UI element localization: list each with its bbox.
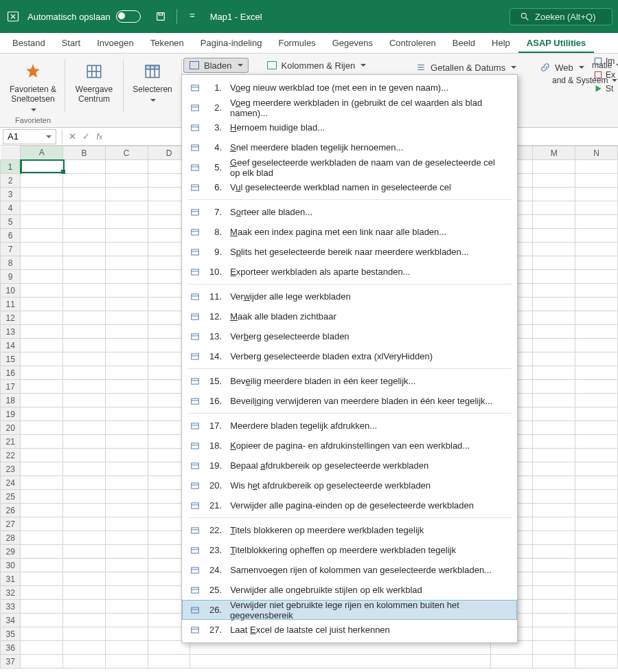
row-header[interactable]: 16 bbox=[1, 366, 21, 380]
menu-item-15[interactable]: 15.Beveilig meerdere bladen in één keer … bbox=[182, 371, 517, 391]
menu-item-4[interactable]: 4.Snel meerdere bladen tegelijk hernoeme… bbox=[182, 137, 517, 157]
menu-item-5[interactable]: 5.Geef geselecteerde werkbladen de naam … bbox=[182, 157, 517, 177]
favorieten-sneltoetsen-button[interactable]: Favorieten & Sneltoetsen bbox=[7, 58, 59, 113]
row-header[interactable]: 25 bbox=[1, 490, 21, 504]
ribbon-tab-pagina-indeling[interactable]: Pagina-indeling bbox=[192, 34, 271, 53]
kolommen-rijen-dropdown-button[interactable]: Kolommen & Rijen bbox=[261, 58, 372, 73]
menu-item-12[interactable]: 12.Maak alle bladen zichtbaar bbox=[182, 306, 517, 326]
row-header[interactable]: 13 bbox=[1, 325, 21, 339]
ribbon-tab-bestand[interactable]: Bestand bbox=[4, 34, 54, 53]
row-header[interactable]: 9 bbox=[1, 270, 21, 284]
menu-item-9[interactable]: 9.Splits het geselecteerde bereik naar m… bbox=[182, 242, 517, 262]
getallen-datums-dropdown-button[interactable]: Getallen & Datums bbox=[410, 60, 522, 75]
autosave-toggle-area[interactable]: Automatisch opslaan bbox=[27, 10, 141, 23]
menu-item-17[interactable]: 17.Meerdere bladen tegelijk afdrukken... bbox=[182, 416, 517, 436]
menu-item-24[interactable]: 24.Samenvoegen rijen of kolommen van ges… bbox=[182, 560, 517, 580]
ribbon-tab-start[interactable]: Start bbox=[54, 34, 89, 53]
menu-item-3[interactable]: 3.Hernoem huidige blad... bbox=[182, 117, 517, 137]
row-header[interactable]: 18 bbox=[1, 394, 21, 407]
row-header[interactable]: 14 bbox=[1, 339, 21, 352]
row-header[interactable]: 35 bbox=[1, 627, 21, 641]
ribbon-tab-invoegen[interactable]: Invoegen bbox=[89, 34, 142, 53]
row-header[interactable]: 17 bbox=[1, 380, 21, 394]
row-header[interactable]: 21 bbox=[1, 435, 21, 449]
overflow-im-button[interactable]: Im bbox=[593, 56, 615, 66]
row-header[interactable]: 15 bbox=[1, 352, 21, 366]
search-box[interactable]: Zoeken (Alt+Q) bbox=[510, 8, 613, 25]
menu-item-6[interactable]: 6.Vul geselecteerde werkblad namen in ge… bbox=[182, 177, 517, 197]
fx-icon[interactable]: fx bbox=[93, 130, 106, 144]
menu-item-20[interactable]: 20.Wis het afdrukbereik op geselecteerde… bbox=[182, 475, 517, 495]
row-header[interactable]: 31 bbox=[1, 572, 21, 586]
row-header[interactable]: 19 bbox=[1, 407, 21, 421]
weergave-centrum-button[interactable]: Weergave Centrum bbox=[73, 58, 115, 104]
column-header[interactable]: B bbox=[63, 146, 106, 160]
row-header[interactable]: 36 bbox=[1, 641, 21, 655]
selecteren-button[interactable]: Selecteren bbox=[130, 58, 174, 103]
menu-item-13[interactable]: 13.Verberg geselecteerde bladen bbox=[182, 326, 517, 346]
menu-item-7[interactable]: 7.Sorteer alle bladen... bbox=[182, 202, 517, 222]
menu-item-18[interactable]: 18.Kopieer de pagina- en afdrukinstellin… bbox=[182, 436, 517, 456]
row-header[interactable]: 33 bbox=[1, 600, 21, 614]
row-header[interactable]: 26 bbox=[1, 504, 21, 517]
menu-item-26[interactable]: 26.Verwijder niet gebruikte lege rijen e… bbox=[182, 600, 517, 620]
ribbon-tab-gegevens[interactable]: Gegevens bbox=[324, 34, 381, 53]
ribbon-tab-formules[interactable]: Formules bbox=[270, 34, 323, 53]
cancel-formula-icon[interactable]: ✕ bbox=[65, 130, 79, 144]
row-header[interactable]: 32 bbox=[1, 586, 21, 600]
row-header[interactable]: 29 bbox=[1, 545, 21, 559]
column-header[interactable]: N bbox=[575, 146, 618, 160]
menu-item-25[interactable]: 25.Verwijder alle ongebruikte stijlen op… bbox=[182, 580, 517, 600]
menu-item-10[interactable]: 10.Exporteer werkbladen als aparte besta… bbox=[182, 262, 517, 282]
menu-item-11[interactable]: 11.Verwijder alle lege werkbladen bbox=[182, 287, 517, 306]
name-box[interactable]: A1 bbox=[3, 129, 56, 144]
ribbon-tab-help[interactable]: Help bbox=[483, 34, 518, 53]
row-header[interactable]: 12 bbox=[1, 311, 21, 325]
row-header[interactable]: 28 bbox=[1, 531, 21, 545]
row-header[interactable]: 10 bbox=[1, 284, 21, 298]
menu-item-2[interactable]: 2.Voeg meerdere werkbladen in (gebruikt … bbox=[182, 98, 517, 117]
row-header[interactable]: 5 bbox=[1, 215, 21, 229]
column-header[interactable]: A bbox=[21, 146, 63, 160]
menu-item-21[interactable]: 21.Verwijder alle pagina-einden op de ge… bbox=[182, 495, 517, 515]
row-header[interactable]: 22 bbox=[1, 449, 21, 462]
ribbon-tab-asap-utilities[interactable]: ASAP Utilities bbox=[518, 34, 594, 53]
ribbon-tab-beeld[interactable]: Beeld bbox=[444, 34, 483, 53]
autosave-toggle[interactable] bbox=[116, 10, 141, 23]
row-header[interactable]: 37 bbox=[1, 655, 21, 669]
select-all-corner[interactable] bbox=[1, 146, 21, 160]
menu-item-16[interactable]: 16.Beveiliging verwijderen van meerdere … bbox=[182, 391, 517, 411]
row-header[interactable]: 23 bbox=[1, 462, 21, 476]
bladen-dropdown-button[interactable]: Bladen bbox=[183, 58, 248, 73]
column-header[interactable]: C bbox=[105, 146, 148, 160]
menu-item-14[interactable]: 14.Verberg geselecteerde bladen extra (x… bbox=[182, 346, 517, 366]
quick-access-more-button[interactable] bbox=[185, 9, 201, 24]
row-header[interactable]: 24 bbox=[1, 476, 21, 490]
row-header[interactable]: 6 bbox=[1, 229, 21, 243]
menu-item-8[interactable]: 8.Maak een index pagina met een link naa… bbox=[182, 222, 517, 242]
menu-item-23[interactable]: 23.Titelblokkering opheffen op meerdere … bbox=[182, 540, 517, 560]
enter-formula-icon[interactable]: ✓ bbox=[79, 130, 93, 144]
row-header[interactable]: 30 bbox=[1, 559, 21, 572]
ribbon-tab-tekenen[interactable]: Tekenen bbox=[142, 34, 192, 53]
row-header[interactable]: 4 bbox=[1, 201, 21, 215]
web-dropdown-button[interactable]: Web bbox=[534, 60, 590, 75]
row-header[interactable]: 3 bbox=[1, 188, 21, 201]
menu-item-19[interactable]: 19.Bepaal afdrukbereik op geselecteerde … bbox=[182, 456, 517, 475]
row-header[interactable]: 20 bbox=[1, 421, 21, 435]
row-header[interactable]: 7 bbox=[1, 243, 21, 256]
menu-item-27[interactable]: 27.Laat Excel de laatste cel juist herke… bbox=[182, 620, 517, 640]
row-header[interactable]: 2 bbox=[1, 174, 21, 188]
column-header[interactable]: M bbox=[533, 146, 575, 160]
ribbon-tab-controleren[interactable]: Controleren bbox=[381, 34, 444, 53]
row-header[interactable]: 1 bbox=[1, 160, 21, 174]
overflow-ex-button[interactable]: Ex bbox=[593, 70, 615, 80]
menu-item-1[interactable]: 1.Voeg nieuw werkblad toe (met een in te… bbox=[182, 78, 517, 98]
overflow-st-button[interactable]: St bbox=[593, 84, 615, 93]
row-header[interactable]: 11 bbox=[1, 298, 21, 311]
row-header[interactable]: 27 bbox=[1, 517, 21, 531]
row-header[interactable]: 8 bbox=[1, 256, 21, 270]
menu-item-22[interactable]: 22.Titels blokkeren op meerdere werkblad… bbox=[182, 520, 517, 540]
row-header[interactable]: 34 bbox=[1, 614, 21, 627]
quick-save-button[interactable] bbox=[153, 9, 168, 24]
